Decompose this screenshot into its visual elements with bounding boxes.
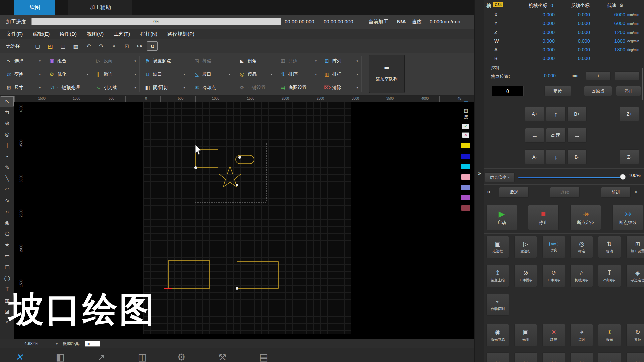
spot-shot-button[interactable]: ⌖点射 [570,324,593,346]
jog-down-button[interactable]: ↓ [546,149,566,164]
line-tool[interactable]: ╲ [0,173,14,184]
step-back-button[interactable]: 后退 [499,187,529,198]
calibrate-button[interactable]: ◎标定 [570,236,593,258]
layer-check-toggle[interactable]: ✓ [462,124,469,129]
size-button[interactable]: ⊞尺寸▾ [4,82,42,94]
sim-rate-slider[interactable] [518,177,623,179]
one-key-preprocess-button[interactable]: ☑一键预处理 [47,82,90,94]
report-icon[interactable]: ▤ [257,352,270,362]
laser-button[interactable]: ✳激光 [598,324,621,346]
dot-circle-tool[interactable]: ◉ [0,217,14,228]
fast-speed-button[interactable]: 高速 [546,128,566,143]
sim-rate-slider-knob[interactable] [620,174,626,180]
ellipse-tool[interactable]: ◯ [0,273,14,284]
zoom-tool[interactable]: ◎ [0,129,14,140]
base-map-button[interactable]: ▤底图设置 [278,82,318,94]
shape-star[interactable] [219,166,241,187]
shutter-button[interactable]: ▣光闸 [514,324,537,346]
alpha-tool-icon[interactable]: α [147,41,158,51]
layer-color-maroon[interactable] [461,205,470,211]
pan-tool[interactable]: ⇆ [0,107,14,118]
origin-tool[interactable]: ⊕ [0,118,14,129]
star-tool[interactable]: ★ [0,239,14,250]
arc-tool[interactable]: ◠ [0,184,14,195]
breakpoint-locate-button[interactable]: ↠断点定位 [570,205,601,230]
focus-plus-button[interactable]: + [586,71,611,80]
shape-capsule[interactable] [236,155,254,164]
partial-button[interactable]: ⊔ [486,352,509,362]
app-logo-icon[interactable]: ✕ [13,352,26,362]
start-button[interactable]: ▶启动 [486,205,517,230]
focus-minus-button[interactable]: − [615,71,640,80]
jog-cut-button[interactable]: ⌁点动切割 [486,294,509,316]
drawing-canvas[interactable]: ↖ ⇆ ⊕ ◎ | • ✎ ╲ ◠ ∿ ○ ◉ ⬠ ★ ▭ ▢ ◯ T ▦ ◪ … [0,96,474,339]
jog-z-minus-button[interactable]: Z- [620,149,639,164]
collapse-panel-icon[interactable]: » [475,170,484,176]
z-home-button[interactable]: ↧Z轴回零 [598,265,621,287]
simulate-button[interactable]: SIM仿真 [542,236,565,258]
menu-view[interactable]: 视图(V) [82,31,109,37]
bookmark-icon[interactable]: ◫ [136,352,149,362]
reset-button[interactable]: ↻复位 [626,324,644,346]
partial-button[interactable]: ⊔ [570,352,593,362]
menu-file[interactable]: 文件(F) [1,31,28,37]
partial-button[interactable]: ⊔ [542,352,565,362]
fast-forward-icon[interactable]: » [634,188,638,195]
start-point-marker[interactable] [236,287,238,290]
shape-rectangle-bottom-left[interactable] [168,261,210,288]
polygon-tool[interactable]: ⬠ [0,228,14,239]
circle-tool[interactable]: ○ [0,206,14,217]
jog-a-minus-button[interactable]: A- [525,149,544,164]
notch-button[interactable]: ⊔缺口▾ [143,68,187,80]
jog-left-button[interactable]: ← [525,128,544,143]
red-light-button[interactable]: ☀红光 [542,324,565,346]
partial-button[interactable]: ⊔ [514,352,537,362]
laser-power-button[interactable]: ◉激光电源 [486,324,509,346]
jog-up-button[interactable]: ↑ [546,107,566,121]
layer-color-blue[interactable] [461,154,470,159]
redo-icon[interactable]: ↷ [96,41,107,51]
settings-icon[interactable]: ⚙ [175,352,188,362]
clear-button[interactable]: ⌦清除▾ [322,82,360,94]
process-settings-button[interactable]: ⊞加工设置 [626,236,644,258]
step-forward-button[interactable]: 前进 [601,187,631,198]
start-point-marker[interactable] [194,166,197,169]
shape-rectangle-bottom-right[interactable] [237,262,278,288]
fast-backward-icon[interactable]: « [487,188,491,195]
continuous-button[interactable]: 连续 [550,187,580,198]
jog-b-minus-button[interactable]: B- [567,149,587,164]
layers-stack-icon[interactable]: ≣ [461,100,471,107]
jog-a-plus-button[interactable]: A+ [525,107,544,121]
wcs-badge[interactable]: G54 [493,2,503,7]
tab-drawing[interactable]: 绘图 [14,0,55,15]
save-icon[interactable]: ▦ [70,41,81,51]
trace-frame-button[interactable]: ▣走边框 [486,236,509,258]
menu-nest[interactable]: 排样(N) [135,31,162,37]
layer-cross-toggle[interactable]: ✕ [462,132,469,138]
measure-tool[interactable]: | [0,140,14,151]
workpiece-home-button[interactable]: ↺工件回零 [542,265,565,287]
menu-edit[interactable]: 编辑(E) [28,31,55,37]
sim-rate-dropdown[interactable]: 仿真倍率▾ [485,172,515,182]
vertical-lift-button[interactable]: ↥竖直上抬 [486,265,509,287]
reverse-button[interactable]: ▷反向▾ [93,55,138,67]
rounded-rect-tool[interactable]: ▢ [0,261,14,273]
rect-tool[interactable]: ▭ [0,250,14,261]
jog-b-plus-button[interactable]: B+ [567,107,587,121]
menu-process[interactable]: 工艺(T) [109,31,135,37]
jog-right-button[interactable]: → [567,128,587,143]
layer-color-periwinkle[interactable] [461,185,470,190]
start-point-marker[interactable] [236,184,238,186]
locate-button[interactable]: 定位 [544,86,571,96]
open-file-icon[interactable]: ◰ [45,41,56,51]
yin-yang-cut-button[interactable]: ◧阴/阳切▾ [143,82,187,94]
nest-button[interactable]: ▥排样▾ [322,68,360,80]
node-edit-tool[interactable]: ✎ [0,162,14,173]
chamfer-button[interactable]: ◣倒角 [237,55,274,67]
select-button[interactable]: ↖选择▾ [4,55,42,67]
monitor-icon[interactable]: ↗ [95,352,108,362]
stop-motion-button[interactable]: 停止 [616,86,641,96]
breakpoint-continue-button[interactable]: ↣断点继续 [612,205,643,230]
lead-line-button[interactable]: ↘引刀线▾ [93,82,138,94]
gear-icon[interactable]: ⚙ [619,3,624,8]
